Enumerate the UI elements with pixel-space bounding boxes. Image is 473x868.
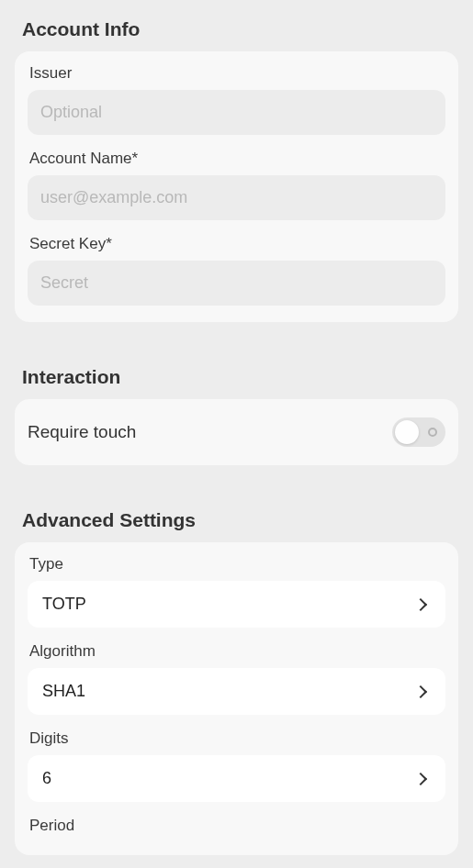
account-info-card: Issuer Account Name* Secret Key*	[15, 51, 458, 322]
secret-key-label: Secret Key*	[28, 235, 445, 253]
interaction-title: Interaction	[0, 348, 473, 399]
account-name-label: Account Name*	[28, 150, 445, 168]
type-value: TOTP	[42, 595, 86, 614]
type-field: Type TOTP	[28, 555, 445, 628]
digits-label: Digits	[28, 729, 445, 748]
advanced-settings-title: Advanced Settings	[0, 491, 473, 542]
issuer-field: Issuer	[28, 64, 445, 135]
account-info-title: Account Info	[0, 0, 473, 51]
digits-value: 6	[42, 769, 51, 788]
account-name-field: Account Name*	[28, 150, 445, 220]
chevron-right-icon	[414, 772, 427, 785]
digits-select[interactable]: 6	[28, 755, 445, 802]
period-label: Period	[28, 817, 445, 835]
period-field: Period	[28, 817, 445, 835]
type-label: Type	[28, 555, 445, 573]
secret-key-field: Secret Key*	[28, 235, 445, 306]
issuer-input[interactable]	[28, 90, 445, 135]
require-touch-label: Require touch	[28, 422, 136, 442]
algorithm-select[interactable]: SHA1	[28, 668, 445, 715]
issuer-label: Issuer	[28, 64, 445, 83]
settings-form: Account Info Issuer Account Name* Secret…	[0, 0, 473, 855]
toggle-off-indicator-icon	[428, 428, 437, 437]
account-name-input[interactable]	[28, 175, 445, 220]
secret-key-input[interactable]	[28, 261, 445, 306]
algorithm-label: Algorithm	[28, 642, 445, 661]
chevron-right-icon	[414, 597, 427, 610]
require-touch-toggle[interactable]	[392, 417, 445, 447]
algorithm-field: Algorithm SHA1	[28, 642, 445, 715]
type-select[interactable]: TOTP	[28, 581, 445, 628]
toggle-knob	[395, 420, 419, 444]
digits-field: Digits 6	[28, 729, 445, 802]
chevron-right-icon	[414, 684, 427, 697]
interaction-card: Require touch	[15, 399, 458, 465]
algorithm-value: SHA1	[42, 682, 85, 701]
advanced-settings-card: Type TOTP Algorithm SHA1 Digits 6 Period	[15, 542, 458, 855]
